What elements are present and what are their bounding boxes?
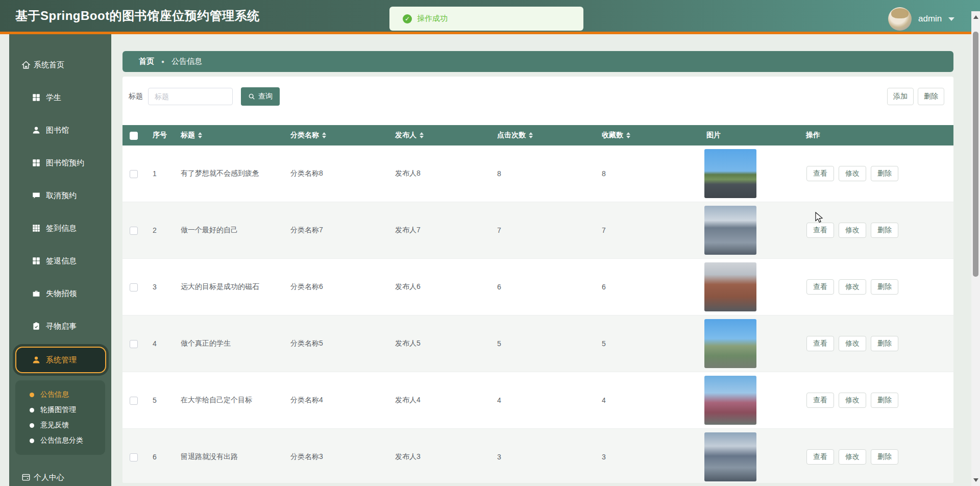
column-publisher[interactable]: 发布人 bbox=[388, 131, 490, 140]
row-checkbox[interactable] bbox=[130, 283, 138, 291]
sidebar-item-label: 签到信息 bbox=[46, 224, 77, 233]
row-category: 分类名称3 bbox=[283, 452, 388, 461]
sidebar-item-label: 图书馆 bbox=[46, 126, 69, 135]
bullet-dot-icon bbox=[30, 393, 34, 397]
breadcrumb-separator-icon: ● bbox=[161, 59, 164, 64]
breadcrumb-home[interactable]: 首页 bbox=[139, 57, 154, 66]
delete-row-button[interactable]: 删除 bbox=[871, 449, 898, 465]
row-category: 分类名称6 bbox=[283, 282, 388, 291]
row-clicks: 4 bbox=[490, 396, 595, 404]
row-category: 分类名称5 bbox=[283, 339, 388, 348]
sidebar-item-system-management[interactable]: 系统管理 bbox=[15, 347, 106, 373]
content-card: 标题 查询 添加 删除 序号 标题 分类名称 发布人 点击次数 收藏数 图片 操… bbox=[122, 77, 953, 483]
user-icon bbox=[32, 355, 41, 364]
delete-row-button[interactable]: 删除 bbox=[871, 336, 898, 351]
grid9-icon bbox=[32, 224, 41, 233]
sidebar-item[interactable]: 系统首页 bbox=[9, 48, 111, 81]
chevron-down-icon bbox=[948, 17, 954, 21]
filter-toolbar: 标题 查询 添加 删除 bbox=[129, 87, 944, 106]
sidebar-item[interactable]: 签到信息 bbox=[9, 212, 111, 245]
title-search-input[interactable] bbox=[148, 88, 233, 105]
view-button[interactable]: 查看 bbox=[806, 223, 834, 238]
user-menu[interactable]: admin bbox=[888, 7, 954, 31]
sidebar-item-label: 取消预约 bbox=[46, 191, 77, 201]
edit-button[interactable]: 修改 bbox=[839, 336, 866, 351]
delete-button[interactable]: 删除 bbox=[918, 88, 944, 105]
column-favorites[interactable]: 收藏数 bbox=[595, 131, 699, 140]
sort-icon[interactable] bbox=[626, 132, 630, 138]
row-checkbox[interactable] bbox=[130, 227, 138, 235]
row-actions: 查看 修改 删除 bbox=[799, 166, 953, 181]
sidebar-item[interactable]: 失物招领 bbox=[9, 277, 111, 310]
row-checkbox[interactable] bbox=[130, 397, 138, 405]
view-button[interactable]: 查看 bbox=[806, 449, 834, 465]
row-index: 6 bbox=[145, 453, 174, 461]
edit-button[interactable]: 修改 bbox=[839, 449, 866, 465]
sidebar-item[interactable]: 寻物启事 bbox=[9, 310, 111, 343]
scrollbar-thumb[interactable] bbox=[973, 32, 978, 277]
breadcrumb-current: 公告信息 bbox=[172, 57, 202, 66]
sidebar-item-personal-center[interactable]: 个人中心 bbox=[9, 467, 111, 486]
bullet-dot-icon bbox=[30, 408, 34, 412]
query-button[interactable]: 查询 bbox=[241, 87, 280, 106]
edit-button[interactable]: 修改 bbox=[839, 393, 866, 408]
edit-button[interactable]: 修改 bbox=[839, 279, 866, 295]
row-publisher: 发布人7 bbox=[388, 226, 490, 235]
row-publisher: 发布人5 bbox=[388, 339, 490, 348]
sort-icon[interactable] bbox=[420, 132, 424, 138]
table-row: 3 远大的目标是成功的磁石 分类名称6 发布人6 6 6 查看 修改 删除 bbox=[122, 259, 953, 315]
vertical-scrollbar[interactable] bbox=[971, 11, 980, 486]
scroll-up-arrow-icon[interactable] bbox=[973, 15, 978, 19]
row-publisher: 发布人8 bbox=[388, 169, 490, 178]
row-title: 留退路就没有出路 bbox=[174, 452, 283, 461]
chat-icon bbox=[32, 191, 41, 200]
row-clicks: 5 bbox=[490, 339, 595, 348]
column-image: 图片 bbox=[699, 131, 799, 140]
sidebar-submenu-item[interactable]: 轮播图管理 bbox=[15, 402, 105, 418]
app-title: 基于SpringBoot的图书馆座位预约管理系统 bbox=[15, 8, 260, 24]
add-button[interactable]: 添加 bbox=[887, 88, 914, 105]
sidebar-item[interactable]: 图书馆 bbox=[9, 114, 111, 147]
sort-icon[interactable] bbox=[322, 132, 326, 138]
row-checkbox[interactable] bbox=[130, 453, 138, 461]
delete-row-button[interactable]: 删除 bbox=[871, 393, 898, 408]
view-button[interactable]: 查看 bbox=[806, 336, 834, 351]
submenu-item-label: 意见反馈 bbox=[40, 421, 69, 430]
delete-row-button[interactable]: 删除 bbox=[871, 223, 898, 238]
select-all-checkbox[interactable] bbox=[130, 132, 138, 140]
row-checkbox[interactable] bbox=[130, 170, 138, 178]
view-button[interactable]: 查看 bbox=[806, 279, 834, 295]
user-icon bbox=[32, 126, 41, 135]
photo-brick-courtyard bbox=[704, 262, 756, 311]
column-category[interactable]: 分类名称 bbox=[283, 131, 388, 140]
edit-button[interactable]: 修改 bbox=[839, 223, 866, 238]
view-button[interactable]: 查看 bbox=[806, 393, 834, 408]
search-icon bbox=[248, 93, 255, 100]
delete-row-button[interactable]: 删除 bbox=[871, 279, 898, 295]
sidebar-submenu-item[interactable]: 公告信息 bbox=[15, 387, 105, 402]
sidebar-item[interactable]: 签退信息 bbox=[9, 245, 111, 277]
card-icon bbox=[21, 473, 31, 482]
sidebar-item[interactable]: 图书馆预约 bbox=[9, 147, 111, 179]
edit-button[interactable]: 修改 bbox=[839, 166, 866, 181]
home-icon bbox=[21, 60, 31, 69]
row-index: 2 bbox=[145, 226, 174, 234]
accent-bar bbox=[0, 32, 980, 34]
avatar[interactable] bbox=[888, 7, 912, 31]
row-checkbox[interactable] bbox=[130, 340, 138, 348]
sort-icon[interactable] bbox=[529, 132, 533, 138]
sidebar-submenu-item[interactable]: 意见反馈 bbox=[15, 418, 105, 433]
sidebar-item[interactable]: 学生 bbox=[9, 81, 111, 114]
row-category: 分类名称8 bbox=[283, 169, 388, 178]
sidebar: 系统首页 学生 图书馆 图书馆预约 取消预约 签到信息 签退信息 失物招领 寻物… bbox=[9, 34, 111, 486]
sidebar-item[interactable]: 取消预约 bbox=[9, 179, 111, 212]
sidebar-submenu-item[interactable]: 公告信息分类 bbox=[15, 433, 105, 448]
delete-row-button[interactable]: 删除 bbox=[871, 166, 898, 181]
column-clicks[interactable]: 点击次数 bbox=[490, 131, 595, 140]
scroll-down-arrow-icon[interactable] bbox=[973, 478, 978, 482]
column-title[interactable]: 标题 bbox=[174, 131, 283, 140]
photo-courtyard-sky-2 bbox=[704, 432, 756, 481]
sort-icon[interactable] bbox=[198, 132, 202, 138]
row-publisher: 发布人3 bbox=[388, 452, 490, 461]
view-button[interactable]: 查看 bbox=[806, 166, 834, 181]
